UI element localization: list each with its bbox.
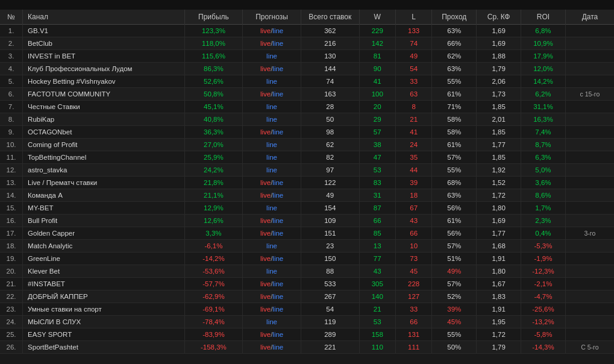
cell-total: 88 [301,265,359,278]
cell-date [565,101,614,113]
cell-total: 109 [301,215,359,227]
cell-profit: 12,6% [184,215,243,227]
cell-l: 44 [395,164,431,177]
cell-l: 21 [395,113,431,126]
cell-pass: 50% [432,341,477,354]
cell-l: 127 [395,290,431,303]
cell-roi: -5,3% [521,240,566,253]
cell-num: 2. [0,37,23,50]
cell-total: 362 [301,25,359,37]
cell-w: 90 [359,63,395,75]
cell-date [565,253,614,265]
cell-kf: 2,06 [477,75,521,88]
cell-roi: 17,9% [521,50,566,63]
cell-profit: -57,7% [184,278,243,290]
cell-l: 33 [395,303,431,316]
cell-pass: 66% [432,37,477,50]
col-total: Всего ставок [301,10,359,25]
cell-profit: 50,8% [184,88,243,101]
cell-date [565,303,614,316]
cell-total: 221 [301,341,359,354]
cell-prognoz: live/line [243,25,301,37]
cell-profit: -83,9% [184,328,243,341]
cell-profit: 40,8% [184,113,243,126]
cell-num: 10. [0,139,23,151]
cell-channel: BetClub [23,37,185,50]
cell-prognoz: live/line [243,290,301,303]
cell-l: 41 [395,126,431,139]
cell-roi: 1,7% [521,202,566,215]
cell-profit: 45,1% [184,101,243,113]
cell-w: 110 [359,341,395,354]
table-row: 15.MY-BET12,9%line154876756%1,801,7% [0,202,614,215]
cell-prognoz: line [243,113,301,126]
cell-pass: 61% [432,215,477,227]
cell-date [565,113,614,126]
cell-kf: 1,68 [477,240,521,253]
cell-kf: 1,91 [477,253,521,265]
cell-roi: 10,9% [521,37,566,50]
cell-total: 49 [301,189,359,202]
cell-prognoz: line [243,202,301,215]
cell-date [565,265,614,278]
cell-profit: 12,9% [184,202,243,215]
cell-kf: 1,88 [477,50,521,63]
cell-roi: -12,3% [521,265,566,278]
cell-w: 53 [359,316,395,328]
cell-profit: -62,9% [184,290,243,303]
cell-channel: Команда А [23,189,185,202]
cell-date: с 15-го [565,88,614,101]
cell-pass: 58% [432,126,477,139]
cell-kf: 1,95 [477,316,521,328]
table-row: 5.Hockey Betting #Vishnyakov52,6%line744… [0,75,614,88]
cell-num: 24. [0,316,23,328]
cell-w: 305 [359,278,395,290]
cell-profit: -14,2% [184,253,243,265]
cell-l: 35 [395,151,431,164]
cell-channel: GreenLine [23,253,185,265]
cell-date [565,75,614,88]
cell-w: 140 [359,290,395,303]
cell-profit: 115,6% [184,50,243,63]
cell-kf: 1,69 [477,25,521,37]
cell-roi: -1,9% [521,253,566,265]
cell-channel: Hockey Betting #Vishnyakov [23,75,185,88]
table-row: 25.EASY SPORT-83,9%live/line28915813155%… [0,328,614,341]
cell-num: 11. [0,151,23,164]
cell-num: 16. [0,215,23,227]
table-row: 2.BetClub118,0%live/line2161427466%1,691… [0,37,614,50]
ratings-table: № Канал Прибыль Прогнозы Всего ставок W … [0,10,614,354]
cell-roi: 8,7% [521,139,566,151]
cell-prognoz: line [243,101,301,113]
cell-prognoz: live/line [243,328,301,341]
cell-kf: 1,92 [477,164,521,177]
cell-prognoz: live/line [243,88,301,101]
cell-date [565,164,614,177]
cell-profit: -158,3% [184,341,243,354]
table-row: 24.МЫСЛИ В СЛУХ-78,4%line119536645%1,95-… [0,316,614,328]
cell-num: 4. [0,63,23,75]
cell-prognoz: line [243,240,301,253]
cell-w: 21 [359,303,395,316]
table-row: 7.Честные Ставки45,1%line2820871%1,8531,… [0,101,614,113]
table-row: 1.GB.V1123,3%live/line36222913363%1,696,… [0,25,614,37]
cell-l: 39 [395,177,431,189]
cell-w: 29 [359,113,395,126]
cell-l: 43 [395,215,431,227]
table-row: 8.RubiKap40,8%line50292158%2,0116,3% [0,113,614,126]
cell-prognoz: live/line [243,227,301,240]
cell-l: 66 [395,227,431,240]
cell-pass: 57% [432,240,477,253]
cell-roi: -2,1% [521,278,566,290]
cell-pass: 63% [432,63,477,75]
cell-total: 130 [301,50,359,63]
cell-roi: 12,0% [521,63,566,75]
col-prognoz: Прогнозы [243,10,301,25]
cell-total: 82 [301,151,359,164]
cell-profit: 123,3% [184,25,243,37]
cell-pass: 63% [432,25,477,37]
cell-kf: 1,85 [477,101,521,113]
cell-pass: 68% [432,177,477,189]
cell-prognoz: live/line [243,341,301,354]
cell-kf: 1,85 [477,126,521,139]
